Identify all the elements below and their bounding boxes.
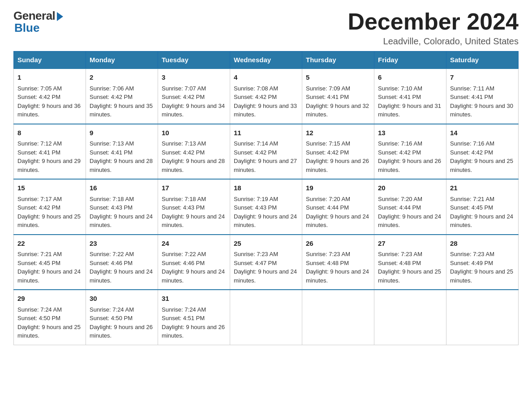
- title-block: December 2024 Leadville, Colorado, Unite…: [348, 9, 519, 47]
- calendar-cell: 3Sunrise: 7:07 AMSunset: 4:42 PMDaylight…: [158, 68, 230, 124]
- calendar-cell: 18Sunrise: 7:19 AMSunset: 4:43 PMDayligh…: [230, 179, 302, 235]
- calendar-cell: 6Sunrise: 7:10 AMSunset: 4:41 PMDaylight…: [374, 68, 446, 124]
- day-info: Sunrise: 7:23 AMSunset: 4:47 PMDaylight:…: [234, 251, 297, 284]
- calendar-cell: 15Sunrise: 7:17 AMSunset: 4:42 PMDayligh…: [14, 179, 86, 235]
- day-number: 28: [450, 239, 515, 249]
- day-number: 24: [162, 239, 226, 249]
- day-info: Sunrise: 7:07 AMSunset: 4:42 PMDaylight:…: [162, 85, 225, 118]
- calendar-cell: [374, 290, 446, 345]
- month-year-title: December 2024: [348, 9, 519, 34]
- column-header-thursday: Thursday: [302, 51, 374, 69]
- day-info: Sunrise: 7:14 AMSunset: 4:42 PMDaylight:…: [234, 140, 297, 173]
- day-info: Sunrise: 7:22 AMSunset: 4:46 PMDaylight:…: [162, 251, 225, 284]
- day-info: Sunrise: 7:13 AMSunset: 4:42 PMDaylight:…: [162, 140, 225, 173]
- day-info: Sunrise: 7:22 AMSunset: 4:46 PMDaylight:…: [90, 251, 153, 284]
- day-info: Sunrise: 7:09 AMSunset: 4:41 PMDaylight:…: [306, 85, 369, 118]
- calendar-cell: 21Sunrise: 7:21 AMSunset: 4:45 PMDayligh…: [446, 179, 519, 235]
- day-number: 6: [378, 73, 442, 83]
- day-info: Sunrise: 7:21 AMSunset: 4:45 PMDaylight:…: [450, 196, 513, 229]
- calendar-cell: [302, 290, 374, 345]
- calendar-cell: [230, 290, 302, 345]
- day-number: 18: [234, 183, 298, 193]
- calendar-cell: 20Sunrise: 7:20 AMSunset: 4:44 PMDayligh…: [374, 179, 446, 235]
- day-number: 1: [17, 73, 82, 83]
- calendar-cell: 11Sunrise: 7:14 AMSunset: 4:42 PMDayligh…: [230, 124, 302, 180]
- day-info: Sunrise: 7:10 AMSunset: 4:41 PMDaylight:…: [378, 85, 441, 118]
- calendar-cell: [446, 290, 519, 345]
- day-number: 7: [450, 73, 515, 83]
- day-info: Sunrise: 7:21 AMSunset: 4:45 PMDaylight:…: [17, 251, 81, 284]
- calendar-cell: 5Sunrise: 7:09 AMSunset: 4:41 PMDaylight…: [302, 68, 374, 124]
- logo-arrow-icon: [57, 12, 63, 21]
- calendar-cell: 9Sunrise: 7:13 AMSunset: 4:41 PMDaylight…: [86, 124, 158, 180]
- day-info: Sunrise: 7:17 AMSunset: 4:42 PMDaylight:…: [17, 196, 81, 229]
- calendar-cell: 31Sunrise: 7:24 AMSunset: 4:51 PMDayligh…: [158, 290, 230, 345]
- calendar-cell: 14Sunrise: 7:16 AMSunset: 4:42 PMDayligh…: [446, 124, 519, 180]
- column-header-monday: Monday: [86, 51, 158, 69]
- calendar-week-1: 1Sunrise: 7:05 AMSunset: 4:42 PMDaylight…: [14, 68, 519, 124]
- day-info: Sunrise: 7:20 AMSunset: 4:44 PMDaylight:…: [306, 196, 369, 229]
- calendar-cell: 7Sunrise: 7:11 AMSunset: 4:41 PMDaylight…: [446, 68, 519, 124]
- calendar-cell: 19Sunrise: 7:20 AMSunset: 4:44 PMDayligh…: [302, 179, 374, 235]
- calendar-header-row: SundayMondayTuesdayWednesdayThursdayFrid…: [14, 51, 519, 69]
- calendar-cell: 24Sunrise: 7:22 AMSunset: 4:46 PMDayligh…: [158, 235, 230, 290]
- day-number: 3: [162, 73, 226, 83]
- column-header-tuesday: Tuesday: [158, 51, 230, 69]
- day-number: 9: [90, 128, 154, 138]
- day-number: 4: [234, 73, 298, 83]
- logo-blue-text: Blue: [14, 21, 39, 35]
- location-subtitle: Leadville, Colorado, United States: [348, 36, 519, 47]
- day-number: 17: [162, 183, 226, 193]
- day-info: Sunrise: 7:05 AMSunset: 4:42 PMDaylight:…: [17, 85, 81, 118]
- day-info: Sunrise: 7:13 AMSunset: 4:41 PMDaylight:…: [90, 140, 153, 173]
- day-number: 10: [162, 128, 226, 138]
- day-info: Sunrise: 7:16 AMSunset: 4:42 PMDaylight:…: [450, 140, 513, 173]
- day-number: 8: [17, 128, 82, 138]
- day-number: 21: [450, 183, 515, 193]
- column-header-friday: Friday: [374, 51, 446, 69]
- day-info: Sunrise: 7:11 AMSunset: 4:41 PMDaylight:…: [450, 85, 513, 118]
- day-number: 26: [306, 239, 370, 249]
- day-number: 15: [17, 183, 82, 193]
- day-info: Sunrise: 7:20 AMSunset: 4:44 PMDaylight:…: [378, 196, 441, 229]
- day-number: 12: [306, 128, 370, 138]
- day-info: Sunrise: 7:24 AMSunset: 4:51 PMDaylight:…: [162, 306, 225, 339]
- calendar-cell: 2Sunrise: 7:06 AMSunset: 4:42 PMDaylight…: [86, 68, 158, 124]
- day-info: Sunrise: 7:24 AMSunset: 4:50 PMDaylight:…: [90, 306, 153, 339]
- calendar-cell: 17Sunrise: 7:18 AMSunset: 4:43 PMDayligh…: [158, 179, 230, 235]
- day-number: 16: [90, 183, 154, 193]
- column-header-wednesday: Wednesday: [230, 51, 302, 69]
- day-info: Sunrise: 7:24 AMSunset: 4:50 PMDaylight:…: [17, 306, 81, 339]
- day-number: 19: [306, 183, 370, 193]
- day-info: Sunrise: 7:23 AMSunset: 4:48 PMDaylight:…: [306, 251, 369, 284]
- calendar-cell: 29Sunrise: 7:24 AMSunset: 4:50 PMDayligh…: [14, 290, 86, 345]
- day-number: 13: [378, 128, 442, 138]
- calendar-cell: 22Sunrise: 7:21 AMSunset: 4:45 PMDayligh…: [14, 235, 86, 290]
- calendar-week-3: 15Sunrise: 7:17 AMSunset: 4:42 PMDayligh…: [14, 179, 519, 235]
- calendar-cell: 23Sunrise: 7:22 AMSunset: 4:46 PMDayligh…: [86, 235, 158, 290]
- day-number: 5: [306, 73, 370, 83]
- day-number: 20: [378, 183, 442, 193]
- day-number: 11: [234, 128, 298, 138]
- day-info: Sunrise: 7:19 AMSunset: 4:43 PMDaylight:…: [234, 196, 297, 229]
- calendar-cell: 25Sunrise: 7:23 AMSunset: 4:47 PMDayligh…: [230, 235, 302, 290]
- calendar-cell: 4Sunrise: 7:08 AMSunset: 4:42 PMDaylight…: [230, 68, 302, 124]
- day-number: 30: [90, 294, 154, 304]
- calendar-cell: 28Sunrise: 7:23 AMSunset: 4:49 PMDayligh…: [446, 235, 519, 290]
- calendar-week-2: 8Sunrise: 7:12 AMSunset: 4:41 PMDaylight…: [14, 124, 519, 180]
- calendar-week-5: 29Sunrise: 7:24 AMSunset: 4:50 PMDayligh…: [14, 290, 519, 345]
- calendar-cell: 1Sunrise: 7:05 AMSunset: 4:42 PMDaylight…: [14, 68, 86, 124]
- calendar-cell: 12Sunrise: 7:15 AMSunset: 4:42 PMDayligh…: [302, 124, 374, 180]
- calendar-cell: 8Sunrise: 7:12 AMSunset: 4:41 PMDaylight…: [14, 124, 86, 180]
- day-number: 27: [378, 239, 442, 249]
- day-number: 31: [162, 294, 226, 304]
- calendar-cell: 27Sunrise: 7:23 AMSunset: 4:48 PMDayligh…: [374, 235, 446, 290]
- day-info: Sunrise: 7:23 AMSunset: 4:49 PMDaylight:…: [450, 251, 513, 284]
- day-number: 29: [17, 294, 82, 304]
- day-info: Sunrise: 7:18 AMSunset: 4:43 PMDaylight:…: [90, 196, 153, 229]
- day-info: Sunrise: 7:12 AMSunset: 4:41 PMDaylight:…: [17, 140, 81, 173]
- day-number: 14: [450, 128, 515, 138]
- day-info: Sunrise: 7:06 AMSunset: 4:42 PMDaylight:…: [90, 85, 153, 118]
- logo: General Blue: [13, 9, 63, 35]
- calendar-cell: 13Sunrise: 7:16 AMSunset: 4:42 PMDayligh…: [374, 124, 446, 180]
